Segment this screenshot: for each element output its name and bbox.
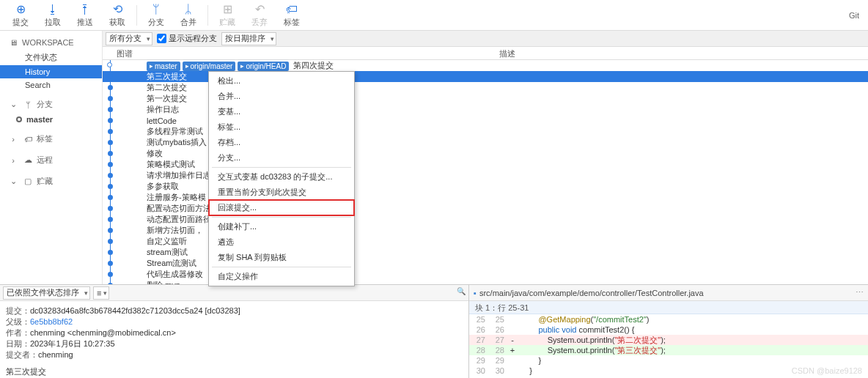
- stash-icon: ⊞: [223, 3, 232, 16]
- diff-line: 2626 public void commitTest2() {: [469, 325, 868, 335]
- parent-hash-link[interactable]: 6e5bb8bf62: [30, 317, 73, 326]
- show-remote-checkbox[interactable]: 显示远程分支: [157, 33, 217, 44]
- context-menu-item[interactable]: 分支...: [209, 150, 354, 166]
- chevron-right-icon: ›: [7, 135, 19, 144]
- view-mode-combo[interactable]: ≡: [93, 286, 109, 300]
- sort-combo[interactable]: 按日期排序: [221, 32, 276, 45]
- branch-badge: ▸origin/master: [183, 62, 236, 71]
- diff-line: 2727- System.out.println("第二次提交");: [469, 335, 868, 345]
- col-desc: 描述: [147, 47, 868, 59]
- monitor-icon: 🖥: [7, 38, 19, 47]
- workspace-header[interactable]: 🖥WORKSPACE: [0, 35, 102, 50]
- fetch-button[interactable]: ⟲获取: [101, 1, 133, 30]
- tag-icon: 🏷: [22, 135, 34, 144]
- chevron-down-icon: ⌄: [7, 177, 19, 186]
- sidebar-branch-master[interactable]: master: [0, 113, 102, 126]
- context-menu-item[interactable]: 遴选: [209, 234, 354, 250]
- diff-line: 3030 }: [469, 366, 868, 376]
- detail-toolbar: 已依照文件状态排序 ≡ 🔍: [0, 285, 468, 301]
- context-menu[interactable]: 检出...合并...变基...标签...存档...分支...交互式变基 dc03…: [208, 71, 355, 286]
- more-icon[interactable]: ⋯: [856, 288, 864, 297]
- diff-line: 2828+ System.out.println("第三次提交");: [469, 345, 868, 355]
- stash-button[interactable]: ⊞贮藏: [211, 1, 243, 30]
- context-menu-item[interactable]: 创建补丁...: [209, 219, 354, 234]
- bottom-panel: 已依照文件状态排序 ≡ 🔍 提交：dc03283d46a8fc3b678442f…: [0, 284, 868, 378]
- commit-detail-body: 提交：dc03283d46a8fc3b678442fd382c71203dcc5…: [0, 301, 468, 378]
- remote-header[interactable]: ›☁远程: [0, 152, 102, 168]
- tag-button[interactable]: 🏷标签: [276, 1, 308, 30]
- branch-badge: ▸master: [147, 62, 180, 71]
- push-button[interactable]: ⭱推送: [69, 1, 101, 30]
- diff-body: 2525 @GetMapping("/commitTest2")2626 pub…: [469, 314, 868, 378]
- diff-file-bar[interactable]: ▪ src/main/java/com/example/demo/control…: [469, 285, 868, 301]
- discard-button[interactable]: ↶丢弃: [243, 1, 276, 30]
- separator: [136, 5, 137, 26]
- branch-icon: ᛘ: [152, 3, 160, 16]
- pull-button[interactable]: ⭳拉取: [37, 1, 69, 30]
- commit-button[interactable]: ⊕提交: [4, 1, 37, 30]
- context-menu-item[interactable]: 回滚提交...: [209, 200, 354, 215]
- diff-panel: ▪ src/main/java/com/example/demo/control…: [469, 285, 868, 378]
- chevron-down-icon: ⌄: [7, 100, 19, 109]
- branch-badge: ▸origin/HEAD: [238, 62, 289, 71]
- file-icon: ▪: [474, 289, 477, 297]
- commit-message: 第三次提交: [6, 366, 463, 377]
- git-label: Git: [849, 11, 864, 20]
- branch-header[interactable]: ⌄ᛘ分支: [0, 96, 102, 113]
- merge-icon: ᛦ: [185, 3, 192, 16]
- tags-header[interactable]: ›🏷标签: [0, 130, 102, 147]
- list-header: 图谱 描述: [103, 47, 868, 60]
- commit-row[interactable]: ▸master▸origin/master▸origin/HEAD第四次提交: [103, 60, 868, 71]
- sidebar-item-search[interactable]: Search: [0, 78, 102, 92]
- upload-icon: ⭱: [79, 3, 91, 16]
- col-graph: 图谱: [103, 47, 147, 59]
- context-menu-item[interactable]: 交互式变基 dc03283 的子提交...: [209, 169, 354, 185]
- search-icon[interactable]: 🔍: [457, 287, 466, 299]
- stash-header[interactable]: ⌄▢贮藏: [0, 173, 102, 190]
- tag-icon: 🏷: [286, 3, 298, 16]
- diff-line: 2929 }: [469, 355, 868, 366]
- download-icon: ⭳: [47, 3, 59, 16]
- context-menu-item[interactable]: 复制 SHA 到剪贴板: [209, 250, 354, 265]
- diff-file-path: src/main/java/com/example/demo/controlle…: [479, 289, 704, 297]
- diff-hunk-header: 块 1：行 25-31: [469, 301, 868, 314]
- branch-button[interactable]: ᛘ分支: [140, 1, 172, 30]
- merge-button[interactable]: ᛦ合并: [172, 1, 205, 30]
- context-menu-item[interactable]: 合并...: [209, 89, 354, 104]
- context-menu-item[interactable]: 存档...: [209, 135, 354, 150]
- context-menu-item[interactable]: 检出...: [209, 73, 354, 89]
- sort-files-combo[interactable]: 已依照文件状态排序: [3, 286, 90, 300]
- sidebar: 🖥WORKSPACE 文件状态 History Search ⌄ᛘ分支 mast…: [0, 31, 103, 284]
- dot-icon: [16, 116, 22, 122]
- context-menu-item[interactable]: 标签...: [209, 119, 354, 135]
- diff-line: 2525 @GetMapping("/commitTest2"): [469, 314, 868, 325]
- sidebar-item-filestatus[interactable]: 文件状态: [0, 50, 102, 65]
- toolbar: ⊕提交 ⭳拉取 ⭱推送 ⟲获取 ᛘ分支 ᛦ合并 ⊞贮藏 ↶丢弃 🏷标签 Git: [0, 0, 868, 31]
- context-menu-item[interactable]: 自定义操作: [209, 269, 354, 284]
- context-menu-item[interactable]: 变基...: [209, 104, 354, 119]
- commit-detail-panel: 已依照文件状态排序 ≡ 🔍 提交：dc03283d46a8fc3b678442f…: [0, 285, 469, 378]
- box-icon: ▢: [22, 177, 34, 186]
- context-menu-item[interactable]: 重置当前分支到此次提交: [209, 185, 354, 200]
- sidebar-item-history[interactable]: History: [0, 65, 102, 78]
- cloud-icon: ☁: [22, 155, 34, 165]
- fetch-icon: ⟲: [113, 3, 122, 16]
- plus-circle-icon: ⊕: [16, 3, 26, 16]
- chevron-right-icon: ›: [7, 156, 19, 165]
- discard-icon: ↶: [255, 3, 265, 16]
- filter-bar: 所有分支 显示远程分支 按日期排序: [103, 31, 868, 47]
- branch-filter-combo[interactable]: 所有分支: [106, 32, 152, 45]
- separator: [207, 5, 208, 26]
- branch-icon: ᛘ: [22, 100, 34, 109]
